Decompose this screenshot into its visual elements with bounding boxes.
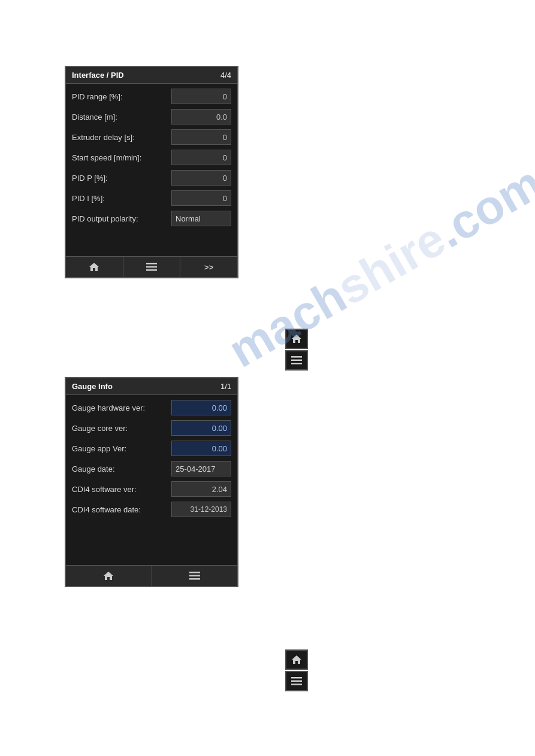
svg-rect-15	[291, 684, 302, 685]
gauge-date-row: Gauge date: 25-04-2017	[72, 461, 231, 476]
extruder-delay-row: Extruder delay [s]: 0	[72, 129, 231, 145]
gauge-core-value[interactable]: 0.00	[171, 420, 231, 436]
sidebar1-controls	[285, 329, 308, 371]
svg-marker-4	[292, 335, 301, 343]
panel2-list-button[interactable]	[152, 566, 238, 586]
panel1-title: Interface / PID	[72, 71, 124, 80]
pid-range-value[interactable]: 0	[171, 89, 231, 104]
svg-rect-5	[291, 356, 302, 358]
svg-rect-9	[189, 572, 200, 573]
svg-rect-11	[189, 578, 200, 580]
watermark: machshire.com	[219, 155, 535, 378]
gauge-core-row: Gauge core ver: 0.00	[72, 420, 231, 436]
sidebar2-list-button[interactable]	[285, 671, 308, 691]
svg-marker-8	[104, 572, 113, 580]
cdi4-sw-date-label: CDI4 software date:	[72, 505, 171, 514]
pid-range-row: PID range [%]: 0	[72, 89, 231, 104]
interface-pid-panel: Interface / PID 4/4 PID range [%]: 0 Dis…	[65, 66, 238, 278]
sidebar1-list-button[interactable]	[285, 350, 308, 371]
cdi4-sw-date-row: CDI4 software date: 31-12-2013	[72, 502, 231, 517]
svg-rect-13	[291, 677, 302, 679]
gauge-app-label: Gauge app Ver:	[72, 444, 171, 453]
cdi4-sw-date-value[interactable]: 31-12-2013	[171, 502, 231, 517]
sidebar1-home-icon	[291, 333, 302, 344]
panel2-page: 1/1	[220, 382, 231, 391]
svg-rect-7	[291, 363, 302, 365]
pid-p-label: PID P [%]:	[72, 174, 171, 183]
sidebar2-list-icon	[291, 677, 302, 685]
start-speed-label: Start speed [m/min]:	[72, 153, 171, 162]
panel1-header: Interface / PID 4/4	[66, 67, 237, 84]
panel1-page: 4/4	[220, 71, 231, 80]
pid-i-row: PID I [%]: 0	[72, 190, 231, 206]
panel1-list-button[interactable]	[123, 257, 181, 277]
svg-rect-3	[146, 269, 157, 271]
svg-rect-14	[291, 681, 302, 682]
gauge-date-label: Gauge date:	[72, 464, 171, 473]
panel2-body: Gauge hardware ver: 0.00 Gauge core ver:…	[66, 395, 237, 563]
svg-rect-6	[291, 360, 302, 362]
start-speed-row: Start speed [m/min]: 0	[72, 150, 231, 165]
sidebar1-home-button[interactable]	[285, 329, 308, 349]
gauge-app-value[interactable]: 0.00	[171, 441, 231, 456]
cdi4-sw-ver-row: CDI4 software ver: 2.04	[72, 481, 231, 497]
pid-p-value[interactable]: 0	[171, 170, 231, 186]
sidebar2-controls	[285, 649, 308, 691]
sidebar2-home-icon	[291, 654, 302, 665]
pid-range-label: PID range [%]:	[72, 92, 171, 101]
panel2-footer	[66, 565, 237, 586]
svg-rect-2	[146, 266, 157, 268]
panel2-home-button[interactable]	[66, 566, 152, 586]
panel2-list-icon	[189, 572, 200, 580]
svg-marker-12	[292, 655, 301, 664]
distance-value[interactable]: 0.0	[171, 109, 231, 125]
svg-rect-1	[146, 263, 157, 265]
gauge-date-value[interactable]: 25-04-2017	[171, 461, 231, 476]
cdi4-sw-ver-value[interactable]: 2.04	[171, 481, 231, 497]
panel1-next-button[interactable]: >>	[180, 257, 237, 277]
pid-i-value[interactable]: 0	[171, 190, 231, 206]
gauge-app-row: Gauge app Ver: 0.00	[72, 441, 231, 456]
next-label: >>	[204, 263, 213, 272]
home-icon	[89, 262, 99, 272]
panel2-title: Gauge Info	[72, 382, 113, 391]
gauge-core-label: Gauge core ver:	[72, 424, 171, 433]
sidebar2-home-button[interactable]	[285, 649, 308, 670]
list-icon	[146, 263, 157, 271]
gauge-hw-row: Gauge hardware ver: 0.00	[72, 400, 231, 415]
panel1-body: PID range [%]: 0 Distance [m]: 0.0 Extru…	[66, 84, 237, 254]
panel1-home-button[interactable]	[66, 257, 123, 277]
panel2-home-icon	[103, 570, 114, 581]
cdi4-sw-ver-label: CDI4 software ver:	[72, 485, 171, 494]
pid-polarity-row: PID output polarity: Normal	[72, 211, 231, 226]
pid-i-label: PID I [%]:	[72, 194, 171, 203]
extruder-delay-label: Extruder delay [s]:	[72, 133, 171, 142]
pid-p-row: PID P [%]: 0	[72, 170, 231, 186]
sidebar1-list-icon	[291, 356, 302, 365]
pid-polarity-value[interactable]: Normal	[171, 211, 231, 226]
pid-polarity-label: PID output polarity:	[72, 214, 171, 223]
gauge-hw-value[interactable]: 0.00	[171, 400, 231, 415]
panel1-footer: >>	[66, 256, 237, 277]
distance-row: Distance [m]: 0.0	[72, 109, 231, 125]
start-speed-value[interactable]: 0	[171, 150, 231, 165]
gauge-info-panel: Gauge Info 1/1 Gauge hardware ver: 0.00 …	[65, 377, 238, 587]
svg-marker-0	[89, 263, 99, 271]
panel2-header: Gauge Info 1/1	[66, 378, 237, 395]
svg-rect-10	[189, 575, 200, 577]
extruder-delay-value[interactable]: 0	[171, 129, 231, 145]
gauge-hw-label: Gauge hardware ver:	[72, 403, 171, 412]
distance-label: Distance [m]:	[72, 113, 171, 122]
